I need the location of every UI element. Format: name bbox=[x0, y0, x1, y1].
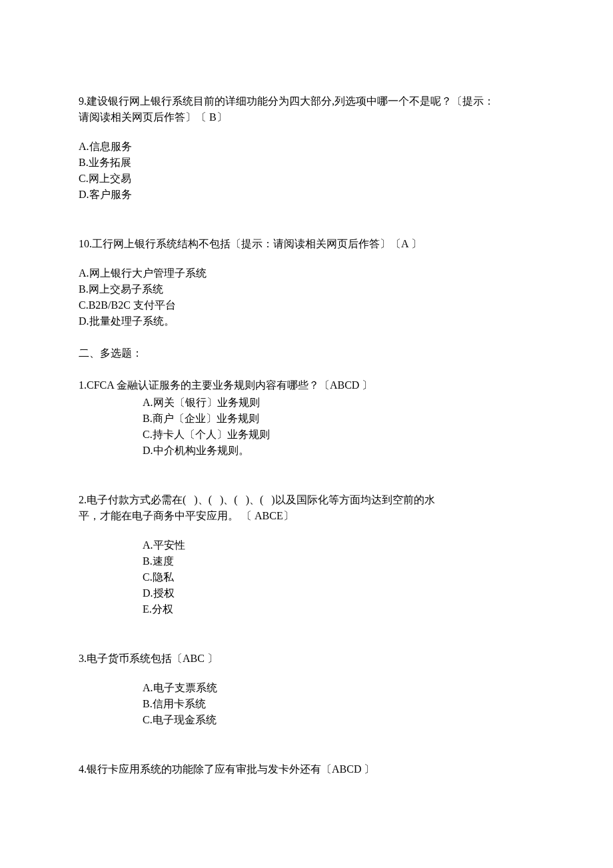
question-stem: 10.工行网上银行系统结构不包括〔提示：请阅读相关网页后作答〕〔A 〕 bbox=[79, 236, 534, 252]
section-title: 二、多选题： bbox=[79, 345, 534, 361]
options-list: A.网上银行大户管理子系统 B.网上交易子系统 C.B2B/B2C 支付平台 D… bbox=[79, 265, 534, 329]
option: B.业务拓展 bbox=[79, 155, 534, 171]
question-stem: 1.CFCA 金融认证服务的主要业务规则内容有哪些？〔ABCD 〕 bbox=[79, 377, 534, 393]
option: C.B2B/B2C 支付平台 bbox=[79, 297, 534, 313]
option: C.持卡人〔个人〕业务规则 bbox=[143, 427, 534, 443]
document-page: 9.建设银行网上银行系统目前的详细功能分为四大部分,列选项中哪一个不是呢？〔提示… bbox=[0, 0, 613, 868]
options-list: A.电子支票系统 B.信用卡系统 C.电子现金系统 bbox=[143, 680, 534, 728]
option: A.网关〔银行〕业务规则 bbox=[143, 395, 534, 411]
option: C.电子现金系统 bbox=[143, 712, 534, 728]
question-stem: 3.电子货币系统包括〔ABC 〕 bbox=[79, 651, 534, 667]
options-list: A.网关〔银行〕业务规则 B.商户〔企业〕业务规则 C.持卡人〔个人〕业务规则 … bbox=[143, 395, 534, 459]
option: B.网上交易子系统 bbox=[79, 281, 534, 297]
option: B.信用卡系统 bbox=[143, 696, 534, 712]
options-list: A.平安性 B.速度 C.隐私 D.授权 E.分权 bbox=[143, 537, 534, 617]
option: B.速度 bbox=[143, 553, 534, 569]
options-list: A.信息服务 B.业务拓展 C.网上交易 D.客户服务 bbox=[79, 139, 534, 203]
option: D.授权 bbox=[143, 585, 534, 601]
question-10: 10.工行网上银行系统结构不包括〔提示：请阅读相关网页后作答〕〔A 〕 A.网上… bbox=[79, 236, 534, 329]
question-stem: 2.电子付款方式必需在( )、( )、( )、( )以及国际化等方面均达到空前的… bbox=[79, 492, 534, 508]
option: E.分权 bbox=[143, 601, 534, 617]
question-stem: 平，才能在电子商务中平安应用。 〔 ABCE〕 bbox=[79, 508, 534, 524]
question-stem: 9.建设银行网上银行系统目前的详细功能分为四大部分,列选项中哪一个不是呢？〔提示… bbox=[79, 93, 534, 109]
option: C.隐私 bbox=[143, 569, 534, 585]
option: D.中介机构业务规则。 bbox=[143, 443, 534, 459]
option: A.信息服务 bbox=[79, 139, 534, 155]
option: D.批量处理子系统。 bbox=[79, 313, 534, 329]
question-9: 9.建设银行网上银行系统目前的详细功能分为四大部分,列选项中哪一个不是呢？〔提示… bbox=[79, 93, 534, 203]
multi-question-4: 4.银行卡应用系统的功能除了应有审批与发卡外还有〔ABCD 〕 bbox=[79, 761, 534, 777]
multi-question-1: 1.CFCA 金融认证服务的主要业务规则内容有哪些？〔ABCD 〕 A.网关〔银… bbox=[79, 377, 534, 459]
option: D.客户服务 bbox=[79, 187, 534, 203]
question-stem: 4.银行卡应用系统的功能除了应有审批与发卡外还有〔ABCD 〕 bbox=[79, 761, 534, 777]
section-heading: 二、多选题： bbox=[79, 345, 534, 361]
option: A.电子支票系统 bbox=[143, 680, 534, 696]
option: A.平安性 bbox=[143, 537, 534, 553]
option: B.商户〔企业〕业务规则 bbox=[143, 411, 534, 427]
option: C.网上交易 bbox=[79, 171, 534, 187]
multi-question-2: 2.电子付款方式必需在( )、( )、( )、( )以及国际化等方面均达到空前的… bbox=[79, 492, 534, 617]
multi-question-3: 3.电子货币系统包括〔ABC 〕 A.电子支票系统 B.信用卡系统 C.电子现金… bbox=[79, 651, 534, 728]
question-stem: 请阅读相关网页后作答〕〔 B〕 bbox=[79, 109, 534, 125]
option: A.网上银行大户管理子系统 bbox=[79, 265, 534, 281]
